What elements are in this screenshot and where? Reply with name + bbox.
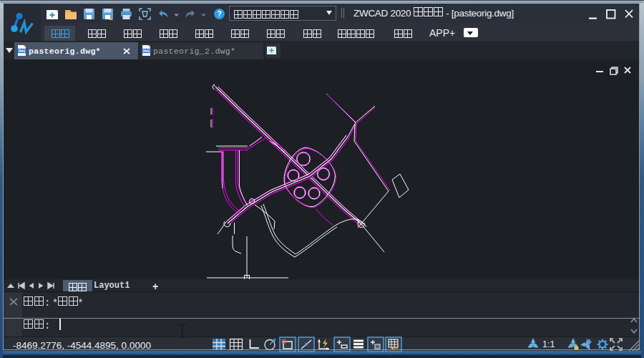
svg-text:?: ? (217, 10, 221, 18)
svg-text:1:1: 1:1 (542, 339, 555, 349)
svg-text:DWG: DWG (143, 49, 151, 54)
svg-text:DWG: DWG (19, 49, 26, 54)
